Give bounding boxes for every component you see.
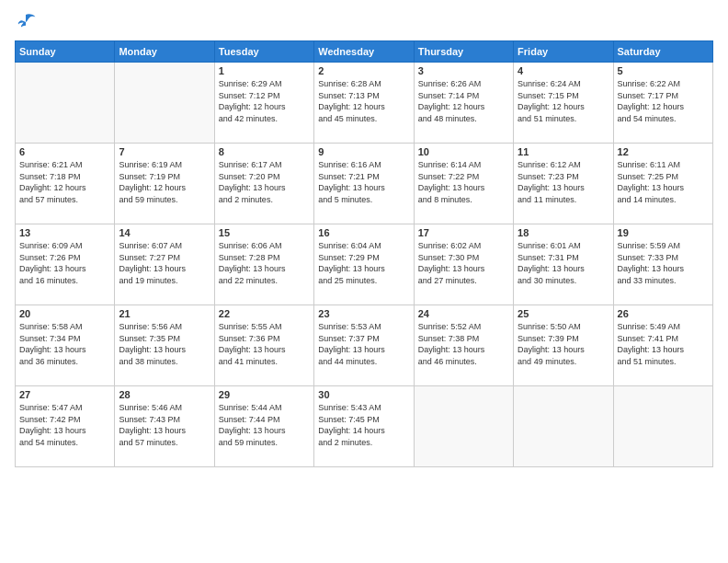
cell-info: Sunrise: 6:28 AM Sunset: 7:13 PM Dayligh… [318, 78, 409, 124]
day-number: 15 [219, 227, 310, 238]
calendar-cell: 3Sunrise: 6:26 AM Sunset: 7:14 PM Daylig… [414, 63, 513, 144]
cell-info: Sunrise: 5:59 AM Sunset: 7:33 PM Dayligh… [618, 240, 709, 286]
calendar-cell: 28Sunrise: 5:46 AM Sunset: 7:43 PM Dayli… [115, 386, 214, 467]
calendar-cell: 10Sunrise: 6:14 AM Sunset: 7:22 PM Dayli… [414, 144, 513, 224]
logo [15, 11, 40, 33]
day-number: 27 [19, 389, 110, 400]
day-number: 5 [618, 65, 709, 76]
calendar-cell: 19Sunrise: 5:59 AM Sunset: 7:33 PM Dayli… [613, 224, 712, 305]
calendar-cell [115, 63, 214, 144]
day-number: 25 [518, 308, 609, 319]
calendar-cell: 8Sunrise: 6:17 AM Sunset: 7:20 PM Daylig… [214, 144, 313, 224]
cell-info: Sunrise: 6:09 AM Sunset: 7:26 PM Dayligh… [19, 240, 110, 286]
day-number: 26 [618, 308, 709, 319]
calendar-header: SundayMondayTuesdayWednesdayThursdayFrid… [16, 41, 713, 63]
day-number: 8 [219, 146, 310, 157]
day-number: 29 [219, 389, 310, 400]
cell-info: Sunrise: 6:17 AM Sunset: 7:20 PM Dayligh… [219, 159, 310, 205]
day-number: 20 [19, 308, 110, 319]
cell-info: Sunrise: 6:22 AM Sunset: 7:17 PM Dayligh… [618, 78, 709, 124]
header [15, 11, 713, 33]
day-number: 1 [219, 65, 310, 76]
calendar-cell: 30Sunrise: 5:43 AM Sunset: 7:45 PM Dayli… [314, 386, 414, 467]
day-number: 21 [119, 308, 210, 319]
calendar-cell [16, 63, 115, 144]
calendar-cell: 4Sunrise: 6:24 AM Sunset: 7:15 PM Daylig… [514, 63, 613, 144]
calendar-table: SundayMondayTuesdayWednesdayThursdayFrid… [15, 40, 713, 467]
calendar-cell: 17Sunrise: 6:02 AM Sunset: 7:30 PM Dayli… [414, 224, 513, 305]
weekday-header-monday: Monday [115, 41, 214, 63]
cell-info: Sunrise: 5:47 AM Sunset: 7:42 PM Dayligh… [19, 402, 110, 448]
cell-info: Sunrise: 5:53 AM Sunset: 7:37 PM Dayligh… [318, 321, 409, 367]
cell-info: Sunrise: 5:50 AM Sunset: 7:39 PM Dayligh… [518, 321, 609, 367]
cell-info: Sunrise: 6:14 AM Sunset: 7:22 PM Dayligh… [418, 159, 509, 205]
calendar-cell: 11Sunrise: 6:12 AM Sunset: 7:23 PM Dayli… [514, 144, 613, 224]
day-number: 23 [318, 308, 409, 319]
calendar-cell: 18Sunrise: 6:01 AM Sunset: 7:31 PM Dayli… [514, 224, 613, 305]
calendar-week-4: 20Sunrise: 5:58 AM Sunset: 7:34 PM Dayli… [16, 305, 713, 386]
calendar-cell: 24Sunrise: 5:52 AM Sunset: 7:38 PM Dayli… [414, 305, 513, 386]
calendar-cell: 26Sunrise: 5:49 AM Sunset: 7:41 PM Dayli… [613, 305, 712, 386]
day-number: 24 [418, 308, 509, 319]
weekday-header-wednesday: Wednesday [314, 41, 414, 63]
calendar-week-1: 1Sunrise: 6:29 AM Sunset: 7:12 PM Daylig… [16, 63, 713, 144]
calendar-cell: 6Sunrise: 6:21 AM Sunset: 7:18 PM Daylig… [16, 144, 115, 224]
cell-info: Sunrise: 6:16 AM Sunset: 7:21 PM Dayligh… [318, 159, 409, 205]
day-number: 17 [418, 227, 509, 238]
calendar-cell: 20Sunrise: 5:58 AM Sunset: 7:34 PM Dayli… [16, 305, 115, 386]
cell-info: Sunrise: 6:12 AM Sunset: 7:23 PM Dayligh… [518, 159, 609, 205]
calendar-body: 1Sunrise: 6:29 AM Sunset: 7:12 PM Daylig… [16, 63, 713, 467]
cell-info: Sunrise: 6:01 AM Sunset: 7:31 PM Dayligh… [518, 240, 609, 286]
cell-info: Sunrise: 5:49 AM Sunset: 7:41 PM Dayligh… [618, 321, 709, 367]
calendar-cell: 9Sunrise: 6:16 AM Sunset: 7:21 PM Daylig… [314, 144, 414, 224]
calendar-cell: 22Sunrise: 5:55 AM Sunset: 7:36 PM Dayli… [214, 305, 313, 386]
logo-bird-icon [15, 11, 37, 33]
cell-info: Sunrise: 5:56 AM Sunset: 7:35 PM Dayligh… [119, 321, 210, 367]
calendar-week-2: 6Sunrise: 6:21 AM Sunset: 7:18 PM Daylig… [16, 144, 713, 224]
calendar-cell: 29Sunrise: 5:44 AM Sunset: 7:44 PM Dayli… [214, 386, 313, 467]
day-number: 10 [418, 146, 509, 157]
weekday-header-tuesday: Tuesday [214, 41, 313, 63]
cell-info: Sunrise: 6:21 AM Sunset: 7:18 PM Dayligh… [19, 159, 110, 205]
day-number: 7 [119, 146, 210, 157]
cell-info: Sunrise: 5:43 AM Sunset: 7:45 PM Dayligh… [318, 402, 409, 448]
calendar-cell: 21Sunrise: 5:56 AM Sunset: 7:35 PM Dayli… [115, 305, 214, 386]
calendar-cell [414, 386, 513, 467]
calendar-cell: 1Sunrise: 6:29 AM Sunset: 7:12 PM Daylig… [214, 63, 313, 144]
calendar-cell: 5Sunrise: 6:22 AM Sunset: 7:17 PM Daylig… [613, 63, 712, 144]
cell-info: Sunrise: 6:11 AM Sunset: 7:25 PM Dayligh… [618, 159, 709, 205]
calendar-cell: 12Sunrise: 6:11 AM Sunset: 7:25 PM Dayli… [613, 144, 712, 224]
calendar-cell: 2Sunrise: 6:28 AM Sunset: 7:13 PM Daylig… [314, 63, 414, 144]
weekday-header-saturday: Saturday [613, 41, 712, 63]
cell-info: Sunrise: 5:44 AM Sunset: 7:44 PM Dayligh… [219, 402, 310, 448]
calendar-cell: 7Sunrise: 6:19 AM Sunset: 7:19 PM Daylig… [115, 144, 214, 224]
calendar-cell: 25Sunrise: 5:50 AM Sunset: 7:39 PM Dayli… [514, 305, 613, 386]
day-number: 28 [119, 389, 210, 400]
calendar-cell [613, 386, 712, 467]
calendar-cell: 14Sunrise: 6:07 AM Sunset: 7:27 PM Dayli… [115, 224, 214, 305]
weekday-header-thursday: Thursday [414, 41, 513, 63]
cell-info: Sunrise: 6:02 AM Sunset: 7:30 PM Dayligh… [418, 240, 509, 286]
calendar-cell: 27Sunrise: 5:47 AM Sunset: 7:42 PM Dayli… [16, 386, 115, 467]
weekday-header-row: SundayMondayTuesdayWednesdayThursdayFrid… [16, 41, 713, 63]
day-number: 3 [418, 65, 509, 76]
cell-info: Sunrise: 5:46 AM Sunset: 7:43 PM Dayligh… [119, 402, 210, 448]
day-number: 30 [318, 389, 409, 400]
day-number: 18 [518, 227, 609, 238]
cell-info: Sunrise: 6:07 AM Sunset: 7:27 PM Dayligh… [119, 240, 210, 286]
day-number: 11 [518, 146, 609, 157]
day-number: 9 [318, 146, 409, 157]
day-number: 6 [19, 146, 110, 157]
weekday-header-sunday: Sunday [16, 41, 115, 63]
day-number: 22 [219, 308, 310, 319]
cell-info: Sunrise: 6:06 AM Sunset: 7:28 PM Dayligh… [219, 240, 310, 286]
page: SundayMondayTuesdayWednesdayThursdayFrid… [0, 0, 728, 563]
day-number: 2 [318, 65, 409, 76]
day-number: 13 [19, 227, 110, 238]
day-number: 16 [318, 227, 409, 238]
day-number: 19 [618, 227, 709, 238]
calendar-week-3: 13Sunrise: 6:09 AM Sunset: 7:26 PM Dayli… [16, 224, 713, 305]
cell-info: Sunrise: 6:04 AM Sunset: 7:29 PM Dayligh… [318, 240, 409, 286]
calendar-cell: 23Sunrise: 5:53 AM Sunset: 7:37 PM Dayli… [314, 305, 414, 386]
day-number: 12 [618, 146, 709, 157]
